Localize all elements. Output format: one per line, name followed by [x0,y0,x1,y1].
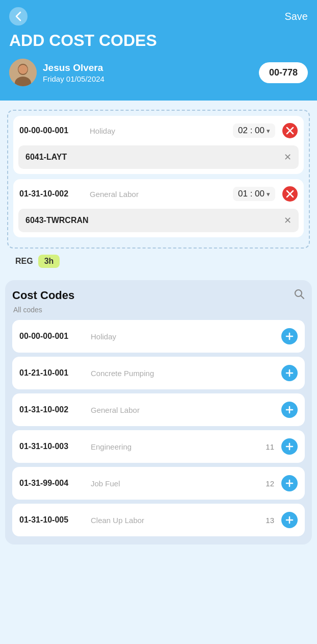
panel-title: Cost Codes [12,289,74,302]
add-code-button[interactable] [281,402,298,418]
entry-label: Holiday [90,127,229,135]
entry-code: 01-31-10-002 [19,189,86,199]
add-code-button[interactable] [281,438,298,455]
list-item[interactable]: 01-31-10-003 Engineering 11 [12,430,305,463]
code-item-label: Clean Up Labor [91,516,260,525]
all-codes-label: All codes [12,306,305,314]
search-button[interactable] [294,288,305,303]
reg-row: REG 3h [7,249,310,276]
entry-sub-code: 6043-TWRCRAN [25,216,89,225]
entry-time-picker[interactable]: 02 : 00 ▾ [233,123,275,138]
list-item[interactable]: 01-21-10-001 Concrete Pumping [12,357,305,389]
entry-sub-row: 6041-LAYT ✕ [18,145,299,169]
panel-inner: Cost Codes All codes 00-00-00-001 Holida… [5,280,312,544]
reg-label: REG [15,257,33,266]
code-item-num: 12 [266,479,274,488]
page-title: ADD COST CODES [9,32,308,49]
entry-sub-code: 6041-LAYT [25,153,67,162]
code-item-code: 01-31-10-002 [19,405,86,414]
time-value: 02 : 00 [238,126,265,136]
svg-point-3 [18,65,28,74]
chevron-down-icon: ▾ [267,190,270,198]
code-item-label: Holiday [91,332,269,341]
user-date: Friday 01/05/2024 [43,75,104,83]
code-item-num: 13 [266,516,274,525]
code-list: 00-00-00-001 Holiday 01-21-10-001 Concre… [12,320,305,536]
cost-codes-panel: Cost Codes All codes 00-00-00-001 Holida… [0,280,317,555]
entry-time-picker[interactable]: 01 : 00 ▾ [233,187,275,201]
user-name: Jesus Olvera [43,62,104,73]
reg-badge: 3h [38,255,60,268]
job-number-badge: 00-778 [259,62,308,83]
list-item[interactable]: 01-31-10-002 General Labor [12,393,305,426]
header: Save ADD COST CODES Jesus Olvera Friday … [0,0,317,101]
code-item-code: 00-00-00-001 [19,332,86,341]
code-item-label: Job Fuel [91,479,260,488]
code-item-label: General Labor [91,406,269,414]
list-item[interactable]: 01-31-99-004 Job Fuel 12 [12,467,305,500]
code-item-num: 11 [266,442,274,451]
entries-section: 00-00-00-001 Holiday 02 : 00 ▾ 6041-LAYT… [0,101,317,280]
code-item-code: 01-21-10-001 [19,368,86,378]
code-item-label: Concrete Pumping [91,369,269,378]
entry-card: 01-31-10-002 General Labor 01 : 00 ▾ 604… [13,179,304,237]
code-item-code: 01-31-99-004 [19,479,86,488]
svg-line-5 [301,296,304,299]
back-button[interactable] [9,7,28,26]
entry-sub-row: 6043-TWRCRAN ✕ [18,209,299,232]
entry-label: General Labor [90,190,229,199]
add-code-button[interactable] [281,512,298,528]
remove-entry-button[interactable] [282,186,298,202]
list-item[interactable]: 00-00-00-001 Holiday [12,320,305,353]
list-item[interactable]: 01-31-10-005 Clean Up Labor 13 [12,504,305,536]
entry-code: 00-00-00-001 [19,126,86,135]
save-button[interactable]: Save [284,11,308,22]
user-info: Jesus Olvera Friday 01/05/2024 [9,59,104,86]
code-item-label: Engineering [91,442,260,451]
close-sub-icon[interactable]: ✕ [284,152,292,163]
add-code-button[interactable] [281,365,298,381]
time-value: 01 : 00 [238,189,265,199]
remove-entry-button[interactable] [282,123,298,138]
code-item-code: 01-31-10-005 [19,515,86,525]
avatar [9,59,37,86]
entry-card: 00-00-00-001 Holiday 02 : 00 ▾ 6041-LAYT… [13,116,304,174]
add-code-button[interactable] [281,328,298,344]
close-sub-icon[interactable]: ✕ [284,215,292,226]
entries-container: 00-00-00-001 Holiday 02 : 00 ▾ 6041-LAYT… [7,110,310,249]
code-item-code: 01-31-10-003 [19,442,86,451]
add-code-button[interactable] [281,475,298,491]
chevron-down-icon: ▾ [267,127,270,135]
